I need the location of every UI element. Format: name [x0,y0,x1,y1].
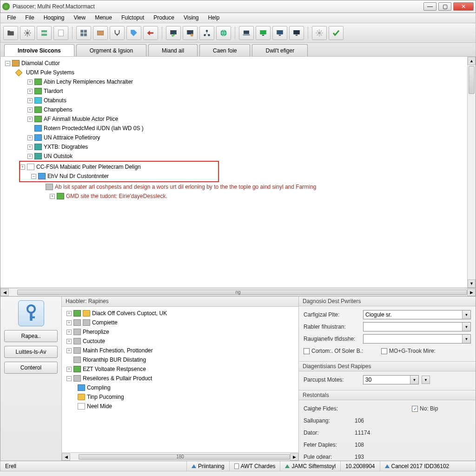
grid-icon[interactable] [76,26,91,40]
expander-icon[interactable]: + [27,79,33,85]
tab-dwll[interactable]: Dwll't efiger [252,44,308,56]
cog-grey-icon[interactable] [312,26,327,40]
rapea-button[interactable]: Rapea.. [4,330,58,342]
list-item[interactable]: Tinp Pucoming [78,392,297,402]
tree-node[interactable]: +YXTB: Diogrables [27,142,474,152]
list-item[interactable]: +Compiette [66,318,297,327]
expander-icon[interactable]: + [50,194,55,199]
chevron-down-icon[interactable]: ▼ [462,335,470,343]
globe-icon[interactable] [216,26,231,40]
tree-root[interactable]: –Diamolal Cuttor [5,59,474,68]
tab-miand[interactable]: Miand ail [148,44,198,56]
scroll-thumb[interactable] [17,290,467,295]
tree-node[interactable]: UDM Pule Systems [16,68,474,77]
parcupst-combo[interactable]: 30▼ [363,375,419,384]
status-cell[interactable]: JAMC Siftemstoyl [280,461,340,471]
network-icon[interactable] [199,26,214,40]
scroll-thumb[interactable] [469,66,475,94]
list-item[interactable]: +EZT Voltoate Restpsence [66,364,297,374]
scroll-left-icon[interactable]: ◀ [62,453,70,461]
tree-node[interactable]: +UN Outstok [27,152,474,161]
menu-hoqping[interactable]: Hoqping [39,13,69,23]
laptop-icon[interactable] [239,26,254,40]
key-icon[interactable] [18,300,44,326]
tree-node[interactable]: Rotern ProctedcMed iUDN (Iah WD 0S ) [27,124,474,133]
expander-icon[interactable]: + [66,311,72,316]
expander-icon[interactable]: + [27,89,33,94]
carfigizal-combo[interactable]: Ciogule sr.▼ [363,310,471,319]
cortom-checkbox[interactable] [304,348,310,354]
scroll-up-icon[interactable]: ▲ [468,57,476,65]
expander-icon[interactable]: + [66,320,72,325]
horizontal-scrollbar[interactable]: ◀ 180 ▶ [62,452,298,461]
minimize-button[interactable]: — [423,2,436,11]
list-item[interactable]: +Cuctoute [66,337,297,346]
tree-node[interactable]: +Chanpbens [27,105,474,114]
card-icon[interactable] [93,26,108,40]
scroll-right-icon[interactable]: ▶ [290,453,298,461]
list-item[interactable]: +Diack Off Colvers Cuptoct, UK [66,309,297,318]
monitor-a-icon[interactable] [256,26,271,40]
tree-note[interactable]: +GMD site the tudont: Eirie'dayeDessleck… [50,192,474,201]
vertical-scrollbar[interactable]: ▲ ▼ [467,57,476,288]
status-cell[interactable]: Priintaning [186,461,229,471]
luittes-button[interactable]: Luittes-ls-Av [4,346,58,358]
scroll-right-icon[interactable]: ▶ [467,289,476,296]
motg-checkbox[interactable] [381,348,387,354]
tree-node-selected[interactable]: +CC-FSIA Mabiatic Puiter Pletecram Delig… [20,162,218,172]
chevron-down-icon[interactable]: ▼ [462,311,470,319]
rabler-combo[interactable]: ▼ [363,322,471,331]
status-cell[interactable]: AWT Chardes [229,461,280,471]
scroll-down-icon[interactable]: ▼ [468,279,476,288]
folder-icon[interactable] [3,26,18,40]
close-button[interactable]: ✕ [453,2,474,11]
scroll-left-icon[interactable]: ◀ [0,289,9,296]
monitor-c-icon[interactable] [289,26,304,40]
expander-icon[interactable]: + [27,107,33,112]
expander-icon[interactable]: + [27,135,33,140]
arrow-left-icon[interactable] [143,26,158,40]
list-item[interactable]: +Pheroplize [66,327,297,337]
menu-menue[interactable]: Menue [90,13,117,23]
tab-introive[interactable]: Introive Siccons [4,44,74,56]
gear-icon[interactable] [20,26,35,40]
expander-icon[interactable]: + [27,117,33,122]
tab-orgment[interactable]: Orgment & Igsion [76,44,146,56]
menu-view[interactable]: View [69,13,90,23]
menu-help[interactable]: Help [203,13,224,23]
screen-wrench-icon[interactable] [183,26,198,40]
expander-icon[interactable]: – [5,61,10,66]
expander-icon[interactable]: + [66,348,72,353]
list-item[interactable]: Compling [78,383,297,392]
tab-caen[interactable]: Caen foie [199,44,250,56]
expander-icon[interactable]: + [27,154,33,159]
page-icon[interactable] [53,26,68,40]
menu-file-2[interactable]: File [20,13,39,23]
list-item[interactable]: Neel Mide [78,402,297,411]
expander-icon[interactable]: + [27,98,33,103]
chevron-down-icon[interactable]: ▼ [462,323,470,331]
list-item[interactable]: –Reseilores & Pullair Product [66,374,297,383]
tree-node[interactable]: +Tlardort [27,86,474,96]
expander-icon[interactable]: + [66,339,72,344]
chevron-down-icon[interactable]: ▼ [410,376,418,384]
tree-node[interactable]: –EhV Nul Dr Custontnnter [31,172,218,181]
menu-produce[interactable]: Produce [149,13,179,23]
menu-vising[interactable]: Vising [179,13,203,23]
tree-node[interactable]: +AF Ainmall Muuble Actor Plice [27,114,474,124]
expander-icon[interactable]: – [66,376,72,381]
expander-icon[interactable]: + [20,165,25,170]
tree-node[interactable]: +UN Atttraice Pofietirory [27,133,474,142]
tag-icon[interactable] [126,26,141,40]
horizontal-scrollbar[interactable]: ◀ ng ▶ [0,288,476,297]
nobip-checkbox[interactable]: ✓ [412,406,418,412]
menu-fulctoput[interactable]: Fulctoput [117,13,149,23]
raugianefiv-combo[interactable]: ▼ [363,334,471,344]
expander-icon[interactable]: + [66,330,72,335]
status-cell[interactable]: Cancel 2017 IDD36102 [380,461,454,471]
screen-check-icon[interactable] [166,26,181,40]
tree-node[interactable]: +Abin Lechy Remiplences Machralter [27,77,474,86]
yoke-icon[interactable] [110,26,125,40]
tree-node[interactable]: +Otabnuts [27,96,474,105]
server-icon[interactable] [37,26,52,40]
